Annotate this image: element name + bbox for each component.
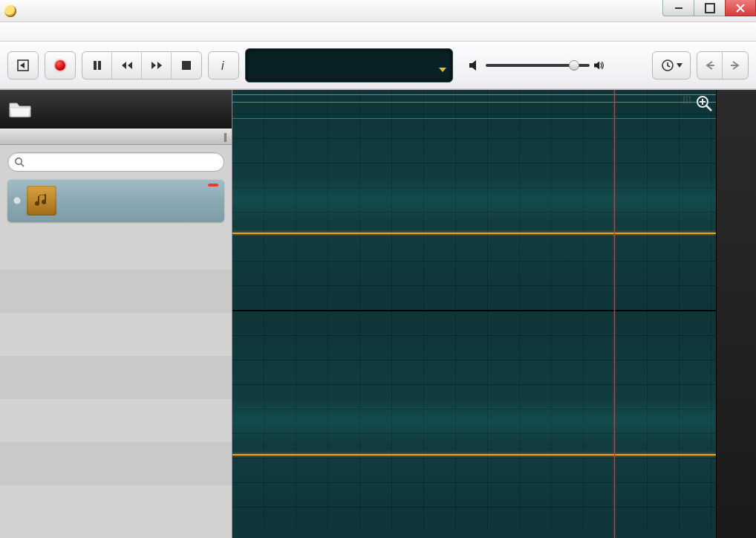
menu-help[interactable] bbox=[120, 29, 135, 35]
speaker-high-icon bbox=[594, 60, 606, 71]
sidebar-toolbar bbox=[0, 90, 232, 129]
svg-rect-8 bbox=[182, 61, 191, 70]
close-button[interactable] bbox=[725, 0, 756, 16]
back-button[interactable] bbox=[697, 52, 723, 79]
menu-bar bbox=[0, 22, 756, 42]
vertical-grip-icon[interactable]: ||| bbox=[682, 96, 691, 103]
svg-line-22 bbox=[706, 106, 711, 111]
menu-file[interactable] bbox=[6, 29, 21, 35]
channel-right bbox=[232, 310, 716, 530]
menu-analyze[interactable] bbox=[104, 29, 119, 35]
channel-left bbox=[232, 90, 716, 310]
menu-generate[interactable] bbox=[88, 29, 102, 35]
svg-marker-5 bbox=[128, 62, 132, 69]
volume-thumb[interactable] bbox=[569, 60, 579, 71]
folder-icon[interactable] bbox=[9, 100, 31, 118]
forward-button[interactable] bbox=[142, 52, 172, 79]
main-area: ||| bbox=[0, 89, 756, 538]
search-box[interactable] bbox=[7, 152, 224, 172]
record-icon bbox=[55, 60, 65, 71]
file-list-empty bbox=[0, 227, 232, 538]
sidebar-header: ||| bbox=[0, 129, 232, 145]
svg-marker-6 bbox=[151, 62, 156, 69]
play-toggle-button[interactable] bbox=[7, 51, 39, 80]
transport-group bbox=[82, 51, 202, 80]
file-thumb bbox=[27, 186, 56, 215]
menu-view[interactable] bbox=[39, 29, 53, 35]
speaker-low-icon bbox=[469, 60, 481, 71]
nav-group bbox=[697, 51, 749, 80]
svg-rect-3 bbox=[98, 61, 101, 70]
zoom-in-icon[interactable] bbox=[695, 94, 713, 112]
pause-button[interactable] bbox=[82, 52, 112, 79]
maximize-button[interactable] bbox=[694, 0, 725, 16]
toolbar: i bbox=[0, 42, 756, 89]
time-counter bbox=[245, 48, 453, 82]
svg-marker-10 bbox=[439, 68, 446, 72]
window-controls bbox=[662, 0, 756, 16]
svg-marker-1 bbox=[20, 62, 25, 68]
info-button[interactable]: i bbox=[208, 51, 239, 80]
svg-marker-14 bbox=[677, 63, 682, 68]
svg-marker-11 bbox=[469, 60, 476, 71]
search-wrap bbox=[0, 145, 232, 179]
minimize-button[interactable] bbox=[662, 0, 694, 16]
svg-marker-4 bbox=[122, 62, 126, 69]
svg-marker-12 bbox=[594, 61, 599, 69]
file-status-dot bbox=[13, 197, 21, 204]
rewind-button[interactable] bbox=[112, 52, 142, 79]
menu-effects[interactable] bbox=[71, 29, 86, 35]
app-icon bbox=[4, 5, 16, 17]
search-input[interactable] bbox=[27, 157, 218, 167]
rec-badge bbox=[208, 184, 218, 187]
zero-line-right bbox=[232, 454, 716, 456]
file-item[interactable] bbox=[7, 179, 224, 222]
svg-marker-7 bbox=[157, 62, 162, 69]
stop-button[interactable] bbox=[172, 52, 201, 79]
menu-controls[interactable] bbox=[55, 29, 70, 35]
music-note-icon bbox=[33, 192, 50, 210]
sidebar: ||| bbox=[0, 90, 232, 538]
history-dropdown[interactable] bbox=[652, 51, 691, 80]
playhead[interactable] bbox=[614, 90, 615, 538]
menu-edit[interactable] bbox=[22, 29, 37, 35]
next-button[interactable] bbox=[723, 52, 748, 79]
amplitude-ruler bbox=[716, 90, 756, 538]
volume-control bbox=[469, 60, 606, 71]
volume-slider[interactable] bbox=[486, 64, 590, 67]
window-titlebar bbox=[0, 0, 756, 22]
zero-line-left bbox=[232, 233, 716, 234]
resize-grip-icon[interactable]: ||| bbox=[224, 132, 226, 141]
waveform-view[interactable]: ||| bbox=[232, 90, 716, 538]
svg-line-18 bbox=[21, 163, 24, 166]
svg-point-17 bbox=[16, 158, 22, 164]
record-button[interactable] bbox=[45, 51, 76, 80]
search-icon bbox=[14, 157, 25, 167]
svg-text:i: i bbox=[221, 59, 224, 72]
svg-rect-2 bbox=[94, 61, 97, 70]
